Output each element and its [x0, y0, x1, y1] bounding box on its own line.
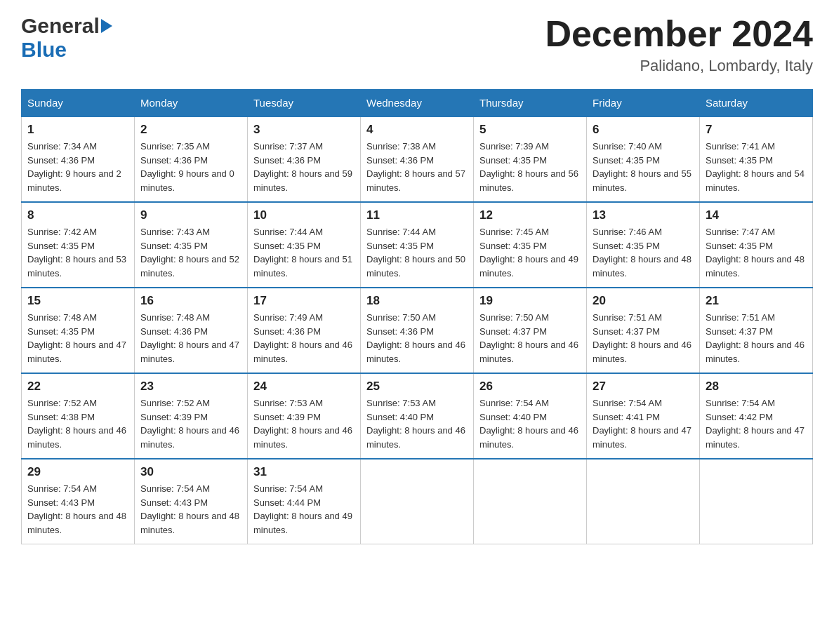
calendar-cell: 19 Sunrise: 7:50 AMSunset: 4:37 PMDaylig…: [474, 288, 587, 373]
month-title: December 2024: [545, 14, 813, 54]
calendar-cell: 13 Sunrise: 7:46 AMSunset: 4:35 PMDaylig…: [587, 202, 700, 288]
day-info: Sunrise: 7:40 AMSunset: 4:35 PMDaylight:…: [593, 140, 694, 194]
day-info: Sunrise: 7:54 AMSunset: 4:43 PMDaylight:…: [140, 482, 241, 537]
calendar-header-row: SundayMondayTuesdayWednesdayThursdayFrid…: [22, 90, 813, 117]
calendar-cell: 10 Sunrise: 7:44 AMSunset: 4:35 PMDaylig…: [248, 202, 361, 288]
calendar-cell: [361, 459, 474, 544]
day-number: 5: [479, 123, 581, 137]
calendar-cell: 6 Sunrise: 7:40 AMSunset: 4:35 PMDayligh…: [587, 116, 700, 202]
day-number: 15: [27, 294, 128, 308]
day-number: 2: [140, 123, 241, 137]
calendar-cell: [700, 459, 813, 544]
calendar-cell: 22 Sunrise: 7:52 AMSunset: 4:38 PMDaylig…: [22, 373, 135, 459]
day-info: Sunrise: 7:34 AMSunset: 4:36 PMDaylight:…: [27, 140, 128, 194]
day-number: 12: [479, 208, 581, 222]
day-info: Sunrise: 7:54 AMSunset: 4:40 PMDaylight:…: [479, 396, 581, 451]
day-number: 7: [706, 123, 807, 137]
header-thursday: Thursday: [474, 90, 587, 117]
header-friday: Friday: [587, 90, 700, 117]
calendar-cell: 21 Sunrise: 7:51 AMSunset: 4:37 PMDaylig…: [700, 288, 813, 373]
logo: General Blue: [21, 14, 112, 62]
day-number: 4: [366, 123, 468, 137]
calendar-week-row: 15 Sunrise: 7:48 AMSunset: 4:35 PMDaylig…: [22, 288, 813, 373]
calendar-cell: 17 Sunrise: 7:49 AMSunset: 4:36 PMDaylig…: [248, 288, 361, 373]
calendar-cell: 14 Sunrise: 7:47 AMSunset: 4:35 PMDaylig…: [700, 202, 813, 288]
day-number: 20: [593, 294, 694, 308]
day-number: 16: [140, 294, 241, 308]
header-wednesday: Wednesday: [361, 90, 474, 117]
day-info: Sunrise: 7:50 AMSunset: 4:36 PMDaylight:…: [366, 311, 468, 365]
day-info: Sunrise: 7:44 AMSunset: 4:35 PMDaylight:…: [366, 225, 468, 280]
calendar-cell: [587, 459, 700, 544]
day-info: Sunrise: 7:49 AMSunset: 4:36 PMDaylight:…: [253, 311, 355, 365]
day-number: 27: [593, 380, 694, 394]
logo-general-text: General: [21, 14, 112, 38]
calendar-cell: 12 Sunrise: 7:45 AMSunset: 4:35 PMDaylig…: [474, 202, 587, 288]
day-info: Sunrise: 7:51 AMSunset: 4:37 PMDaylight:…: [593, 311, 694, 365]
calendar-cell: 15 Sunrise: 7:48 AMSunset: 4:35 PMDaylig…: [22, 288, 135, 373]
day-info: Sunrise: 7:39 AMSunset: 4:35 PMDaylight:…: [479, 140, 581, 194]
calendar-week-row: 8 Sunrise: 7:42 AMSunset: 4:35 PMDayligh…: [22, 202, 813, 288]
day-info: Sunrise: 7:48 AMSunset: 4:35 PMDaylight:…: [27, 311, 128, 365]
calendar-cell: 23 Sunrise: 7:52 AMSunset: 4:39 PMDaylig…: [135, 373, 248, 459]
logo-blue-text: Blue: [21, 38, 67, 62]
logo-arrow-icon: [101, 19, 112, 33]
calendar-cell: 20 Sunrise: 7:51 AMSunset: 4:37 PMDaylig…: [587, 288, 700, 373]
day-info: Sunrise: 7:46 AMSunset: 4:35 PMDaylight:…: [593, 225, 694, 280]
calendar-cell: 8 Sunrise: 7:42 AMSunset: 4:35 PMDayligh…: [22, 202, 135, 288]
day-number: 29: [27, 465, 128, 479]
calendar-cell: 31 Sunrise: 7:54 AMSunset: 4:44 PMDaylig…: [248, 459, 361, 544]
calendar-cell: [474, 459, 587, 544]
day-number: 3: [253, 123, 355, 137]
header-saturday: Saturday: [700, 90, 813, 117]
calendar-cell: 11 Sunrise: 7:44 AMSunset: 4:35 PMDaylig…: [361, 202, 474, 288]
day-info: Sunrise: 7:51 AMSunset: 4:37 PMDaylight:…: [706, 311, 807, 365]
calendar-cell: 26 Sunrise: 7:54 AMSunset: 4:40 PMDaylig…: [474, 373, 587, 459]
day-info: Sunrise: 7:38 AMSunset: 4:36 PMDaylight:…: [366, 140, 468, 194]
calendar-cell: 3 Sunrise: 7:37 AMSunset: 4:36 PMDayligh…: [248, 116, 361, 202]
calendar-table: SundayMondayTuesdayWednesdayThursdayFrid…: [21, 89, 813, 544]
day-info: Sunrise: 7:37 AMSunset: 4:36 PMDaylight:…: [253, 140, 355, 194]
day-number: 26: [479, 380, 581, 394]
calendar-cell: 27 Sunrise: 7:54 AMSunset: 4:41 PMDaylig…: [587, 373, 700, 459]
day-info: Sunrise: 7:54 AMSunset: 4:44 PMDaylight:…: [253, 482, 355, 537]
day-number: 18: [366, 294, 468, 308]
day-number: 17: [253, 294, 355, 308]
title-section: December 2024 Palidano, Lombardy, Italy: [545, 14, 813, 75]
day-number: 28: [706, 380, 807, 394]
day-info: Sunrise: 7:50 AMSunset: 4:37 PMDaylight:…: [479, 311, 581, 365]
header-monday: Monday: [135, 90, 248, 117]
day-number: 11: [366, 208, 468, 222]
header-sunday: Sunday: [22, 90, 135, 117]
calendar-cell: 28 Sunrise: 7:54 AMSunset: 4:42 PMDaylig…: [700, 373, 813, 459]
day-number: 13: [593, 208, 694, 222]
day-number: 8: [27, 208, 128, 222]
day-info: Sunrise: 7:42 AMSunset: 4:35 PMDaylight:…: [27, 225, 128, 280]
day-number: 30: [140, 465, 241, 479]
calendar-cell: 24 Sunrise: 7:53 AMSunset: 4:39 PMDaylig…: [248, 373, 361, 459]
day-number: 19: [479, 294, 581, 308]
day-number: 22: [27, 380, 128, 394]
calendar-week-row: 22 Sunrise: 7:52 AMSunset: 4:38 PMDaylig…: [22, 373, 813, 459]
day-number: 10: [253, 208, 355, 222]
day-info: Sunrise: 7:52 AMSunset: 4:38 PMDaylight:…: [27, 396, 128, 451]
page-header: General Blue December 2024 Palidano, Lom…: [21, 14, 813, 75]
day-info: Sunrise: 7:54 AMSunset: 4:41 PMDaylight:…: [593, 396, 694, 451]
day-number: 23: [140, 380, 241, 394]
day-number: 1: [27, 123, 128, 137]
calendar-cell: 29 Sunrise: 7:54 AMSunset: 4:43 PMDaylig…: [22, 459, 135, 544]
day-info: Sunrise: 7:47 AMSunset: 4:35 PMDaylight:…: [706, 225, 807, 280]
calendar-cell: 30 Sunrise: 7:54 AMSunset: 4:43 PMDaylig…: [135, 459, 248, 544]
calendar-week-row: 1 Sunrise: 7:34 AMSunset: 4:36 PMDayligh…: [22, 116, 813, 202]
day-info: Sunrise: 7:54 AMSunset: 4:42 PMDaylight:…: [706, 396, 807, 451]
calendar-cell: 4 Sunrise: 7:38 AMSunset: 4:36 PMDayligh…: [361, 116, 474, 202]
calendar-cell: 5 Sunrise: 7:39 AMSunset: 4:35 PMDayligh…: [474, 116, 587, 202]
day-number: 14: [706, 208, 807, 222]
location-subtitle: Palidano, Lombardy, Italy: [545, 57, 813, 75]
calendar-cell: 1 Sunrise: 7:34 AMSunset: 4:36 PMDayligh…: [22, 116, 135, 202]
day-info: Sunrise: 7:35 AMSunset: 4:36 PMDaylight:…: [140, 140, 241, 194]
day-number: 6: [593, 123, 694, 137]
calendar-cell: 16 Sunrise: 7:48 AMSunset: 4:36 PMDaylig…: [135, 288, 248, 373]
day-info: Sunrise: 7:44 AMSunset: 4:35 PMDaylight:…: [253, 225, 355, 280]
day-number: 25: [366, 380, 468, 394]
